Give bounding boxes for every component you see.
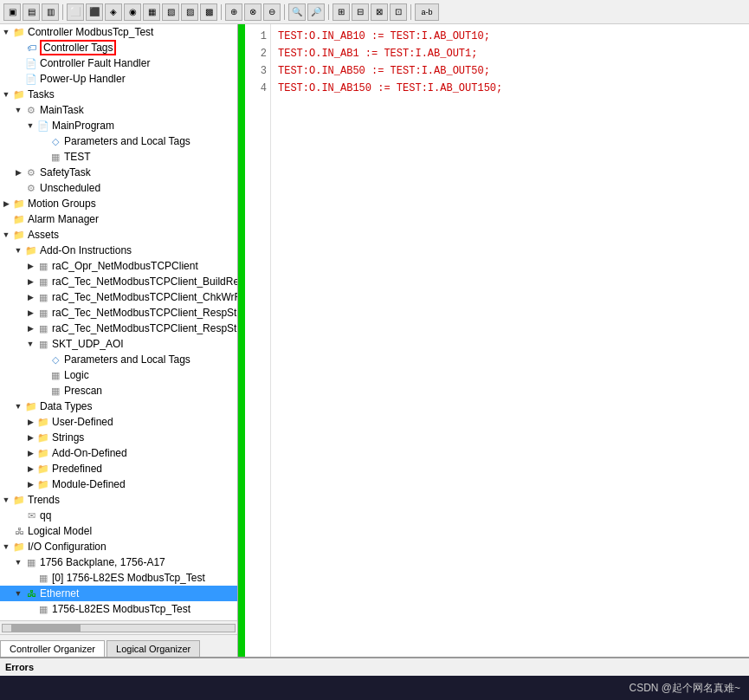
toolbar-btn-3[interactable]: ▥	[42, 3, 59, 21]
expander-icon[interactable]	[0, 525, 12, 537]
expander-icon[interactable]: ▼	[0, 494, 12, 506]
toolbar-btn-zoom-out[interactable]: 🔎	[307, 3, 325, 21]
expander-icon[interactable]	[12, 42, 24, 54]
tree-item-addon-instructions[interactable]: ▼📁Add-On Instructions	[0, 243, 237, 258]
toolbar-btn-2[interactable]: ▤	[23, 3, 40, 21]
expander-icon[interactable]: ▶	[24, 416, 36, 428]
tree-item-tasks[interactable]: ▼📁Tasks	[0, 87, 237, 102]
expander-icon[interactable]: ▶	[24, 431, 36, 444]
scrollbar-thumb[interactable]	[11, 625, 81, 632]
tree-item-strings[interactable]: ▶📁Strings	[0, 430, 237, 445]
toolbar-btn-1[interactable]: ▣	[3, 3, 21, 21]
tree-item-controller-tags[interactable]: 🏷Controller Tags	[0, 40, 237, 55]
toolbar-btn-15[interactable]: ⊞	[333, 3, 350, 21]
tree-item-mainprogram[interactable]: ▼📄MainProgram	[0, 118, 237, 133]
tree-item-trends[interactable]: ▼📁Trends	[0, 492, 237, 508]
tree-item-rac-tec-resp[interactable]: ▶▦raC_Tec_NetModbusTCPClient_RespStrBit	[0, 305, 237, 321]
toolbar-btn-5[interactable]: ⬛	[86, 3, 103, 21]
tree-scrollbar[interactable]	[0, 620, 237, 634]
tree-item-motion-groups[interactable]: ▶📁Motion Groups	[0, 196, 237, 211]
toolbar-btn-11[interactable]: ▩	[200, 3, 217, 21]
horizontal-scrollbar[interactable]	[2, 624, 236, 632]
toolbar-btn-13[interactable]: ⊗	[244, 3, 262, 21]
expander-icon[interactable]	[24, 572, 36, 584]
tree-item-data-types[interactable]: ▼📁Data Types	[0, 399, 237, 414]
expander-icon[interactable]: ▶	[24, 291, 36, 303]
code-area[interactable]: 1234 TEST:O.IN_AB10 := TEST:I.AB_OUT10;T…	[245, 24, 749, 657]
tree-item-logical-model[interactable]: 🖧Logical Model	[0, 523, 237, 539]
tree-item-unscheduled[interactable]: ⚙Unscheduled	[0, 180, 237, 196]
tree-item-rac-tec-build[interactable]: ▶▦raC_Tec_NetModbusTCPClient_BuildReqS	[0, 274, 237, 289]
tree-item-params-local-tags[interactable]: ◇Parameters and Local Tags	[0, 133, 237, 149]
expander-icon[interactable]	[36, 135, 48, 147]
tree-item-rac-tec-chk[interactable]: ▶▦raC_Tec_NetModbusTCPClient_ChkWrRep	[0, 289, 237, 305]
toolbar-btn-18[interactable]: ⊡	[390, 3, 407, 21]
expander-icon[interactable]: ▼	[0, 541, 12, 553]
expander-icon[interactable]: ▼	[0, 88, 12, 100]
expander-icon[interactable]: ▼	[12, 587, 24, 600]
expander-icon[interactable]	[12, 509, 24, 522]
tree-item-backplane[interactable]: ▼▦1756 Backplane, 1756-A17	[0, 554, 237, 570]
expander-icon[interactable]	[24, 603, 36, 615]
expander-icon[interactable]: ▶	[24, 322, 36, 334]
tree-item-controller-modbustcp[interactable]: ▼📁Controller ModbusTcp_Test	[0, 24, 237, 40]
tree-item-controller-fault[interactable]: 📄Controller Fault Handler	[0, 55, 237, 71]
tree-item-prescan[interactable]: ▦Prescan	[0, 383, 237, 399]
toolbar-btn-4[interactable]: ⬜	[67, 3, 84, 21]
expander-icon[interactable]: ▶	[24, 275, 36, 288]
expander-icon[interactable]: ▶	[12, 166, 24, 178]
expander-icon[interactable]: ▼	[0, 229, 12, 241]
expander-icon[interactable]: ▼	[12, 244, 24, 256]
tree-item-l82es[interactable]: ▦[0] 1756-L82ES ModbusTcp_Test	[0, 570, 237, 586]
expander-icon[interactable]: ▼	[12, 104, 24, 116]
toolbar-btn-12[interactable]: ⊕	[225, 3, 242, 21]
tree-item-predefined[interactable]: ▶📁Predefined	[0, 461, 237, 476]
expander-icon[interactable]	[36, 353, 48, 366]
tree-item-ethernet[interactable]: ▼🖧Ethernet	[0, 586, 237, 601]
tree-item-rac-tec-respstr[interactable]: ▶▦raC_Tec_NetModbusTCPClient_RespStrW	[0, 321, 237, 336]
tree-item-module-defined[interactable]: ▶📁Module-Defined	[0, 476, 237, 492]
toolbar-btn-17[interactable]: ⊠	[371, 3, 388, 21]
tree-item-assets[interactable]: ▼📁Assets	[0, 227, 237, 243]
toolbar-btn-7[interactable]: ◉	[124, 3, 141, 21]
tree-item-qq[interactable]: ✉qq	[0, 508, 237, 523]
expander-icon[interactable]: ▼	[0, 26, 12, 38]
toolbar-btn-6[interactable]: ◈	[105, 3, 122, 21]
expander-icon[interactable]	[36, 385, 48, 397]
expander-icon[interactable]	[0, 213, 12, 225]
tree-item-power-up[interactable]: 📄Power-Up Handler	[0, 71, 237, 87]
tree-item-user-defined[interactable]: ▶📁User-Defined	[0, 414, 237, 430]
tree-item-io-configuration[interactable]: ▼📁I/O Configuration	[0, 539, 237, 554]
expander-icon[interactable]: ▶	[24, 260, 36, 272]
tree-item-alarm-manager[interactable]: 📁Alarm Manager	[0, 211, 237, 227]
tree-item-skt-udp-aoi[interactable]: ▼▦SKT_UDP_AOI	[0, 336, 237, 352]
tree-item-params-local-tags2[interactable]: ◇Parameters and Local Tags	[0, 352, 237, 367]
tree-item-l82es-eth[interactable]: ▦1756-L82ES ModbusTcp_Test	[0, 601, 237, 617]
tree-item-maintask[interactable]: ▼⚙MainTask	[0, 102, 237, 118]
tree-item-logic[interactable]: ▦Logic	[0, 367, 237, 383]
expander-icon[interactable]: ▶	[0, 198, 12, 210]
toolbar-btn-16[interactable]: ⊟	[352, 3, 369, 21]
tree-item-safety-task[interactable]: ▶⚙SafetyTask	[0, 165, 237, 180]
tree-item-test-item[interactable]: ▦TEST	[0, 149, 237, 165]
tab-controller-organizer[interactable]: Controller Organizer	[0, 640, 105, 657]
tab-logical-organizer[interactable]: Logical Organizer	[107, 640, 200, 657]
expander-icon[interactable]	[36, 151, 48, 163]
expander-icon[interactable]	[12, 73, 24, 85]
expander-icon[interactable]: ▶	[24, 478, 36, 490]
expander-icon[interactable]	[12, 57, 24, 69]
expander-icon[interactable]: ▼	[12, 556, 24, 568]
tree-area[interactable]: ▼📁Controller ModbusTcp_Test🏷Controller T…	[0, 24, 237, 620]
toolbar-btn-zoom-in[interactable]: 🔍	[288, 3, 306, 21]
toolbar-btn-9[interactable]: ▧	[162, 3, 179, 21]
expander-icon[interactable]: ▶	[24, 307, 36, 319]
toolbar-btn-10[interactable]: ▨	[181, 3, 198, 21]
tree-item-addon-defined[interactable]: ▶📁Add-On-Defined	[0, 445, 237, 461]
toolbar-btn-8[interactable]: ▦	[143, 3, 160, 21]
expander-icon[interactable]: ▼	[24, 338, 36, 350]
toolbar-btn-ab[interactable]: a-b	[415, 3, 439, 21]
tree-item-rac-opr[interactable]: ▶▦raC_Opr_NetModbusTCPClient	[0, 258, 237, 274]
expander-icon[interactable]	[36, 369, 48, 381]
expander-icon[interactable]: ▼	[12, 400, 24, 412]
expander-icon[interactable]: ▶	[24, 447, 36, 459]
